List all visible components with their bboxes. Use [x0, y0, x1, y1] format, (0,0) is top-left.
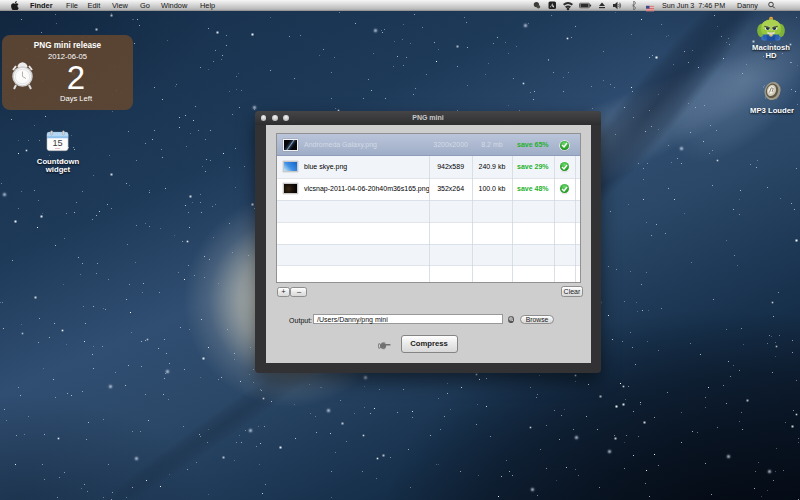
svg-text:June: June — [55, 147, 61, 150]
